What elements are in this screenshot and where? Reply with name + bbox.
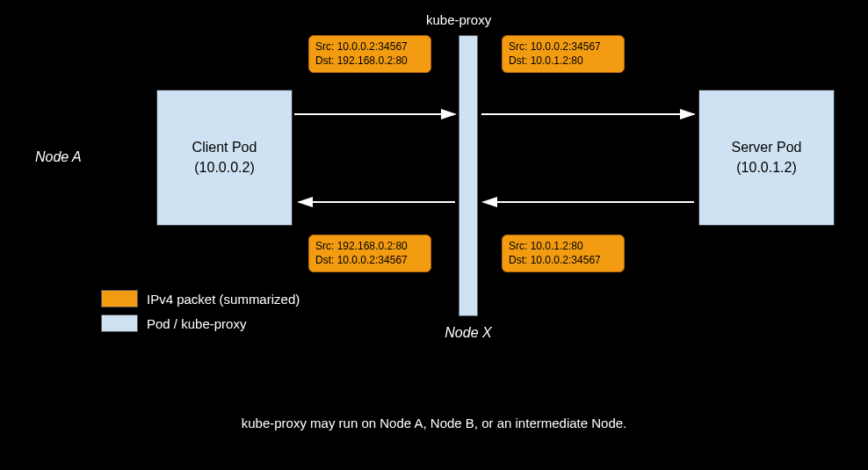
- kube-proxy: [459, 35, 478, 316]
- node-a-label: Node A: [35, 149, 82, 165]
- server-pod-ip: (10.0.1.2): [736, 158, 796, 177]
- footnote: kube-proxy may run on Node A, Node B, or…: [9, 416, 859, 430]
- packet-2-src: Src: 10.0.0.2:34567: [509, 40, 618, 54]
- node-x-label: Node X: [442, 325, 495, 341]
- kube-proxy-label: kube-proxy: [426, 12, 491, 27]
- legend-label-packet: IPv4 packet (summarized): [147, 292, 300, 307]
- legend: IPv4 packet (summarized) Pod / kube-prox…: [101, 290, 300, 339]
- packet-1-src: Src: 10.0.0.2:34567: [315, 40, 424, 54]
- client-pod-ip: (10.0.0.2): [194, 158, 254, 177]
- packet-1-dst: Dst: 192.168.0.2:80: [315, 54, 424, 69]
- packet-4-src: Src: 10.0.1.2:80: [509, 240, 618, 254]
- client-pod-title: Client Pod: [192, 138, 257, 157]
- legend-label-pod: Pod / kube-proxy: [147, 316, 246, 331]
- arrows-layer: [9, 9, 859, 448]
- packet-2: Src: 10.0.0.2:34567 Dst: 10.0.1.2:80: [502, 35, 625, 73]
- server-pod: Server Pod (10.0.1.2): [698, 90, 835, 226]
- legend-swatch-pod: [101, 315, 138, 332]
- packet-3: Src: 192.168.0.2:80 Dst: 10.0.0.2:34567: [308, 235, 431, 272]
- server-pod-title: Server Pod: [731, 138, 801, 157]
- packet-4-dst: Dst: 10.0.0.2:34567: [509, 254, 618, 268]
- packet-3-dst: Dst: 10.0.0.2:34567: [315, 254, 424, 268]
- packet-2-dst: Dst: 10.0.1.2:80: [509, 54, 618, 69]
- client-pod: Client Pod (10.0.0.2): [156, 90, 293, 226]
- packet-4: Src: 10.0.1.2:80 Dst: 10.0.0.2:34567: [502, 235, 625, 272]
- packet-1: Src: 10.0.0.2:34567 Dst: 192.168.0.2:80: [308, 35, 431, 73]
- legend-swatch-packet: [101, 290, 138, 307]
- packet-3-src: Src: 192.168.0.2:80: [315, 240, 424, 254]
